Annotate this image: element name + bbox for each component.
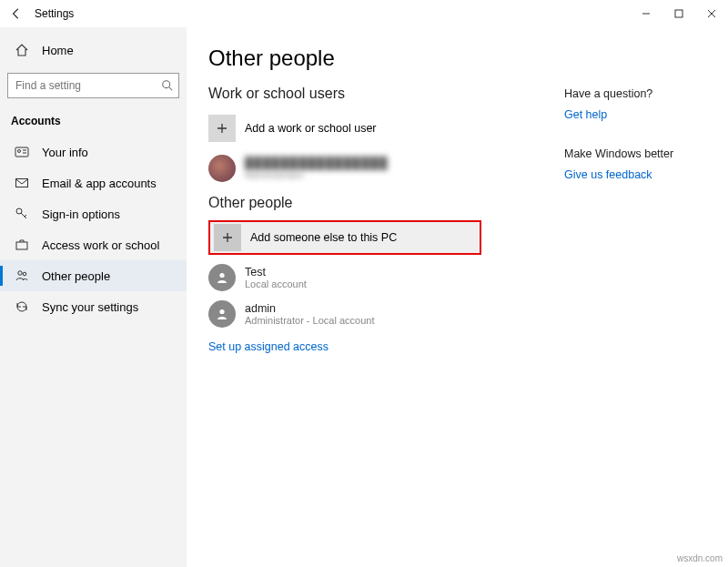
maximize-button[interactable] [662,0,695,27]
svg-rect-6 [16,242,27,249]
sidebar-item-work-school[interactable]: Access work or school [0,229,187,260]
svg-rect-4 [16,179,28,187]
section-other-people-heading: Other people [208,195,564,211]
svg-point-8 [23,272,26,276]
avatar [208,300,236,328]
get-help-link[interactable]: Get help [564,108,607,121]
avatar [208,264,236,291]
sidebar: Home Accounts Your info Email & app acco… [0,27,187,567]
sidebar-item-your-info[interactable]: Your info [0,137,187,167]
mail-icon [15,176,29,190]
svg-point-7 [18,271,22,275]
feedback-link[interactable]: Give us feedback [564,168,652,181]
other-user-row[interactable]: admin Administrator - Local account [208,300,564,328]
assigned-access-link[interactable]: Set up assigned access [208,340,329,353]
make-windows-better-label: Make Windows better [564,147,710,160]
sidebar-home[interactable]: Home [0,35,187,66]
search-input[interactable] [7,73,179,98]
user-role: Administrator [245,169,389,180]
user-role: Local account [245,278,307,289]
avatar [208,155,236,182]
add-someone-else-button[interactable]: Add someone else to this PC [208,220,481,255]
page-title: Other people [208,46,564,71]
back-button[interactable] [7,5,25,23]
have-question-label: Have a question? [564,87,710,100]
briefcase-icon [15,238,29,252]
home-icon [15,43,29,57]
user-name: ████████████████ [245,157,389,169]
sidebar-item-label: Your info [42,146,88,159]
id-card-icon [15,145,29,159]
sidebar-item-other-people[interactable]: Other people [0,260,187,291]
user-name: admin [245,302,374,315]
sidebar-item-label: Sync your settings [42,300,138,314]
search-icon [161,79,174,92]
svg-point-3 [18,150,21,153]
plus-icon [214,224,241,251]
sidebar-item-sync[interactable]: Sync your settings [0,291,187,322]
add-work-school-user-button[interactable]: Add a work or school user [208,111,481,146]
key-icon [15,207,29,221]
close-button[interactable] [695,0,728,27]
search-box [7,73,179,98]
section-work-school-heading: Work or school users [208,86,564,102]
svg-rect-0 [675,10,682,17]
minimize-button[interactable] [630,0,662,27]
user-name: Test [245,266,307,278]
sidebar-section-header: Accounts [0,111,187,137]
other-user-row[interactable]: Test Local account [208,264,564,291]
sidebar-item-label: Email & app accounts [42,177,157,190]
svg-rect-2 [15,147,28,157]
sync-icon [15,299,29,314]
sidebar-home-label: Home [42,44,74,57]
sidebar-item-signin[interactable]: Sign-in options [0,198,187,229]
add-someone-else-label: Add someone else to this PC [250,231,397,244]
watermark: wsxdn.com [677,553,723,563]
sidebar-item-label: Other people [42,269,110,283]
sidebar-item-label: Sign-in options [42,208,120,221]
user-role: Administrator - Local account [245,315,374,326]
window-title: Settings [35,7,74,20]
svg-point-1 [163,81,170,88]
sidebar-item-label: Access work or school [42,238,159,252]
work-school-user-row[interactable]: ████████████████ Administrator [208,155,564,182]
svg-point-10 [219,309,224,314]
sidebar-item-email[interactable]: Email & app accounts [0,167,187,198]
add-work-school-label: Add a work or school user [245,122,377,135]
plus-icon [208,115,236,142]
svg-point-9 [219,273,224,278]
people-icon [15,268,29,283]
